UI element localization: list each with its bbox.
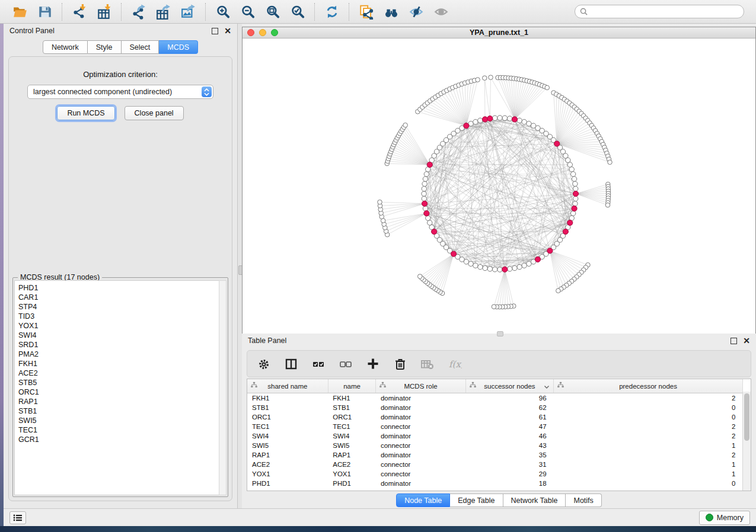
optimization-criterion-dropdown[interactable]: largest connected component (undirected) <box>27 85 213 99</box>
column-header-shared-name[interactable]: shared name <box>247 379 328 393</box>
cell[interactable]: 1 <box>554 469 743 479</box>
mcds-result-item[interactable]: CAR1 <box>18 293 219 302</box>
cell[interactable]: connector <box>376 469 465 479</box>
cell[interactable]: PHD1 <box>247 479 328 488</box>
import-network-button[interactable] <box>71 4 88 20</box>
table-row[interactable]: TEC1TEC1connector472 <box>247 422 743 431</box>
cell[interactable]: 31 <box>465 460 553 469</box>
table-row[interactable]: PHD1PHD1dominator180 <box>247 479 743 488</box>
mcds-result-item[interactable]: PMA2 <box>18 350 219 359</box>
cell[interactable]: dominator <box>376 479 465 488</box>
cell[interactable]: connector <box>376 441 465 450</box>
horizontal-splitter-grip[interactable] <box>497 331 503 336</box>
float-panel-icon[interactable] <box>212 28 218 34</box>
cell[interactable]: 96 <box>465 393 553 403</box>
task-history-button[interactable] <box>9 511 26 524</box>
table-row[interactable]: YOX1YOX1connector291 <box>247 469 743 479</box>
add-row-button[interactable] <box>366 357 380 371</box>
cell[interactable]: 2 <box>554 422 743 431</box>
cell[interactable]: ACE2 <box>328 460 376 469</box>
column-header-successor-nodes[interactable]: successor nodes <box>465 379 553 393</box>
table-row[interactable]: RAP1RAP1dominator352 <box>247 450 743 460</box>
table-row[interactable]: SWI4SWI4dominator462 <box>247 431 743 441</box>
zoom-in-button[interactable] <box>215 4 231 20</box>
open-network-file-button[interactable] <box>358 4 375 20</box>
search-network-button[interactable] <box>383 4 400 20</box>
close-panel-button[interactable]: Close panel <box>125 106 184 120</box>
settings-button[interactable] <box>257 357 271 371</box>
tab-edge-table[interactable]: Edge Table <box>450 493 503 507</box>
cell[interactable]: YOX1 <box>247 469 328 479</box>
cell[interactable]: 61 <box>465 412 553 422</box>
cell[interactable]: 62 <box>465 403 553 412</box>
cell[interactable]: SWI5 <box>328 441 376 450</box>
scrollbar-thumb[interactable] <box>744 393 749 441</box>
close-panel-icon[interactable]: ✕ <box>224 27 231 35</box>
cell[interactable]: RAP1 <box>328 450 376 460</box>
cell[interactable]: dominator <box>376 403 465 412</box>
cell[interactable]: ORC1 <box>328 412 376 422</box>
cell[interactable]: connector <box>376 422 465 431</box>
table-row[interactable]: ORC1ORC1dominator610 <box>247 412 743 422</box>
cell[interactable]: STB1 <box>247 403 328 412</box>
table-close-panel-icon[interactable]: ✕ <box>743 336 750 345</box>
import-table-button[interactable] <box>96 4 113 20</box>
cell[interactable]: SWI4 <box>328 431 376 441</box>
tab-style[interactable]: Style <box>88 40 122 54</box>
cell[interactable]: 2 <box>554 393 743 403</box>
run-mcds-button[interactable]: Run MCDS <box>57 106 114 120</box>
cell[interactable]: 0 <box>554 412 743 422</box>
mcds-result-item[interactable]: YOX1 <box>18 321 219 331</box>
cell[interactable]: SWI4 <box>247 431 328 441</box>
cell[interactable]: dominator <box>376 450 465 460</box>
save-session-button[interactable] <box>37 4 53 20</box>
mcds-result-item[interactable]: TID3 <box>18 312 219 321</box>
tab-network-table[interactable]: Network Table <box>503 493 566 507</box>
network-graph[interactable] <box>243 39 755 334</box>
export-network-button[interactable] <box>130 4 147 20</box>
table-row[interactable]: FKH1FKH1dominator962 <box>247 393 743 403</box>
mcds-result-item[interactable]: TEC1 <box>18 425 219 435</box>
memory-button[interactable]: Memory <box>699 511 750 525</box>
mcds-result-item[interactable]: ORC1 <box>18 387 219 397</box>
cell[interactable]: SWI5 <box>247 441 328 450</box>
cell[interactable]: ACE2 <box>247 460 328 469</box>
column-header-name[interactable]: name <box>328 379 376 393</box>
cell[interactable]: STB1 <box>328 403 376 412</box>
cell[interactable]: dominator <box>376 431 465 441</box>
cell[interactable]: connector <box>376 460 465 469</box>
mcds-result-item[interactable]: ACE2 <box>18 368 219 378</box>
cell[interactable]: FKH1 <box>328 393 376 403</box>
tab-mcds[interactable]: MCDS <box>159 40 198 54</box>
cell[interactable]: FKH1 <box>247 393 328 403</box>
vertical-splitter[interactable] <box>238 24 242 508</box>
tab-select[interactable]: Select <box>122 40 160 54</box>
table-row[interactable]: STB1STB1dominator620 <box>247 403 743 412</box>
cell[interactable]: 1 <box>554 441 743 450</box>
table-row[interactable]: SWI5SWI5connector431 <box>247 441 743 450</box>
cell[interactable]: 46 <box>465 431 553 441</box>
mcds-result-list[interactable]: PHD1CAR1STP4TID3YOX1SWI4SRD1PMA2FKH1ACE2… <box>14 280 219 495</box>
table-float-panel-icon[interactable] <box>731 338 737 344</box>
network-canvas[interactable] <box>243 39 755 334</box>
column-header-MCDS-role[interactable]: MCDS role <box>376 379 465 393</box>
cell[interactable]: 47 <box>465 422 553 431</box>
mcds-result-item[interactable]: RAP1 <box>18 397 219 406</box>
open-folder-button[interactable] <box>12 4 28 20</box>
mcds-result-item[interactable]: SWI4 <box>18 331 219 340</box>
export-table-button[interactable] <box>155 4 172 20</box>
cell[interactable]: 1 <box>554 460 743 469</box>
export-image-button[interactable] <box>180 4 197 20</box>
tab-network[interactable]: Network <box>43 40 88 54</box>
zoom-selected-button[interactable] <box>289 4 306 20</box>
cell[interactable]: dominator <box>376 412 465 422</box>
hide-selected-button[interactable] <box>408 4 425 20</box>
mcds-result-item[interactable]: STB1 <box>18 406 219 416</box>
cell[interactable]: RAP1 <box>247 450 328 460</box>
mcds-result-item[interactable]: SRD1 <box>18 340 219 350</box>
search-input[interactable] <box>591 7 739 17</box>
cell[interactable]: dominator <box>376 393 465 403</box>
mcds-result-item[interactable]: GCR1 <box>18 435 219 444</box>
cell[interactable]: 18 <box>465 479 553 488</box>
mcds-result-item[interactable]: STP4 <box>18 302 219 312</box>
